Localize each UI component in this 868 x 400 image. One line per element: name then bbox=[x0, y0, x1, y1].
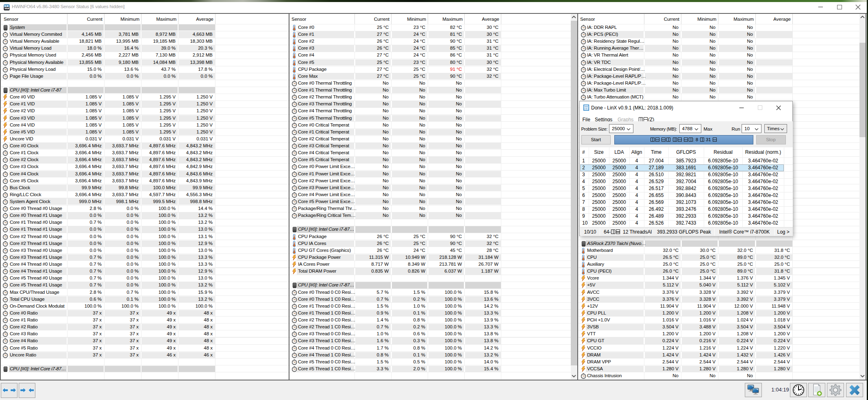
svg-text:CORE i7: CORE i7 bbox=[583, 108, 589, 109]
svg-text:intel: intel bbox=[584, 105, 587, 107]
